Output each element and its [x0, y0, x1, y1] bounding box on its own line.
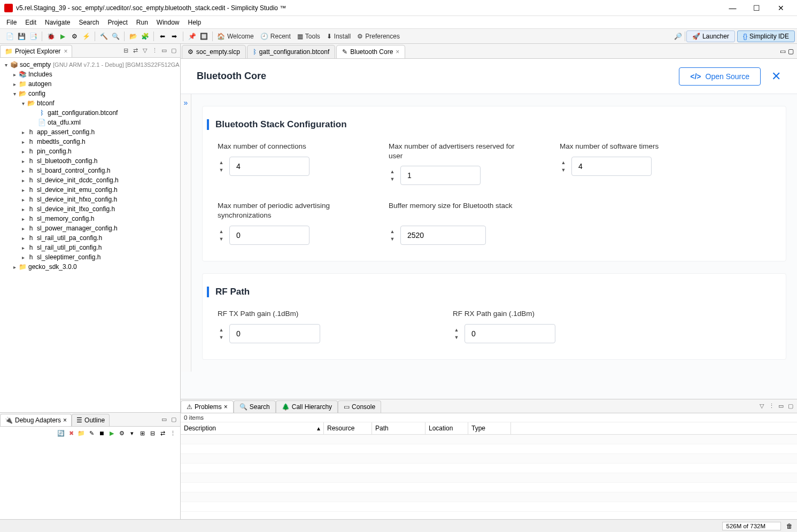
search-tab[interactable]: 🔍Search: [234, 400, 276, 413]
tree-item-includes[interactable]: Includes: [28, 71, 52, 78]
editor-tab-bluetooth-core[interactable]: ✎Bluetooth Core×: [336, 45, 405, 58]
col-path[interactable]: Path: [372, 422, 425, 434]
play-icon[interactable]: ▶: [107, 429, 116, 437]
rf-rx-input[interactable]: [465, 324, 555, 343]
decrement-icon[interactable]: ▼: [453, 334, 460, 341]
maximize-view-icon[interactable]: ▢: [786, 402, 795, 411]
tree-item-gecko[interactable]: gecko_sdk_3.0.0: [28, 263, 77, 271]
menu-help[interactable]: Help: [184, 18, 206, 27]
more-icon[interactable]: ⋮: [168, 429, 177, 437]
menu-project[interactable]: Project: [103, 18, 131, 27]
chip-icon[interactable]: 🔲: [198, 31, 209, 42]
minimize-view-icon[interactable]: ▭: [777, 402, 785, 411]
expand-sidebar-icon[interactable]: »: [181, 94, 191, 372]
increment-icon[interactable]: ▲: [218, 228, 225, 235]
tree-item[interactable]: sl_rail_util_pti_config.h: [37, 244, 102, 251]
tree-item[interactable]: sl_sleeptimer_config.h: [37, 253, 100, 261]
debug-icon[interactable]: 🐞: [45, 31, 56, 42]
max-timers-input[interactable]: [571, 157, 652, 176]
col-description[interactable]: Description ▴: [181, 422, 324, 434]
tools-link[interactable]: ▦Tools: [294, 31, 323, 42]
minimize-button[interactable]: —: [721, 0, 745, 16]
problems-tab[interactable]: ⚠Problems ×: [181, 400, 234, 413]
save-all-icon[interactable]: 📑: [28, 31, 38, 42]
link-editor-icon[interactable]: ⇄: [131, 47, 140, 55]
tree-item[interactable]: sl_memory_config.h: [37, 215, 94, 222]
editor-tab-slcp[interactable]: ⚙soc_empty.slcp: [182, 45, 246, 58]
view-menu-icon[interactable]: ⋮: [767, 402, 776, 411]
increment-icon[interactable]: ▲: [218, 326, 225, 334]
tree-item-btconf[interactable]: btconf: [37, 99, 55, 107]
tree-item-gatt[interactable]: gatt_configuration.btconf: [48, 109, 118, 117]
tree-item[interactable]: sl_device_init_dcdc_config.h: [37, 176, 119, 184]
max-advertisers-input[interactable]: [400, 166, 481, 185]
tree-item[interactable]: app_assert_config.h: [37, 128, 95, 136]
increment-icon[interactable]: ▲: [389, 228, 396, 235]
delete-icon[interactable]: ✖: [67, 429, 75, 437]
back-icon[interactable]: ⬅: [157, 31, 168, 42]
menu-search[interactable]: Search: [74, 18, 103, 27]
close-button[interactable]: ✕: [769, 0, 793, 16]
open-source-button[interactable]: </> Open Source: [679, 67, 761, 86]
max-connections-input[interactable]: [229, 157, 309, 176]
menu-window[interactable]: Window: [152, 18, 184, 27]
collapse-icon[interactable]: ⊟: [148, 429, 157, 437]
tree-item[interactable]: sl_device_init_hfxo_config.h: [37, 196, 117, 203]
project-explorer-tab[interactable]: 📁 Project Explorer ×: [0, 45, 72, 57]
welcome-link[interactable]: 🏠Welcome: [214, 31, 257, 42]
increment-icon[interactable]: ▲: [453, 326, 460, 334]
refresh-icon[interactable]: 🔄: [57, 429, 65, 437]
edit-icon[interactable]: ✎: [87, 429, 96, 437]
filter-icon[interactable]: ▽: [141, 47, 149, 55]
increment-icon[interactable]: ▲: [389, 168, 396, 175]
decrement-icon[interactable]: ▼: [560, 166, 567, 174]
menu-file[interactable]: File: [2, 18, 21, 27]
run-icon[interactable]: ▶: [57, 31, 68, 42]
tree-item[interactable]: sl_board_control_config.h: [37, 167, 110, 174]
increment-icon[interactable]: ▲: [560, 159, 567, 166]
close-editor-icon[interactable]: ✕: [771, 70, 781, 83]
close-icon[interactable]: ×: [64, 48, 67, 55]
stop-icon[interactable]: ⏹: [97, 429, 106, 437]
collapse-all-icon[interactable]: ⊟: [121, 47, 130, 55]
folder-icon[interactable]: 📁: [77, 429, 86, 437]
close-icon[interactable]: ×: [224, 403, 228, 411]
maximize-button[interactable]: ☐: [745, 0, 769, 16]
decrement-icon[interactable]: ▼: [218, 166, 225, 174]
install-link[interactable]: ⬇Install: [323, 31, 354, 42]
rf-tx-input[interactable]: [229, 324, 320, 343]
table-row[interactable]: [181, 502, 797, 512]
tree-item-autogen[interactable]: autogen: [28, 80, 51, 88]
table-row[interactable]: [181, 492, 797, 502]
table-row[interactable]: [181, 454, 797, 464]
launcher-perspective[interactable]: 🚀Launcher: [686, 30, 735, 42]
table-row[interactable]: [181, 435, 797, 444]
editor-tab-gatt[interactable]: ᛒgatt_configuration.btconf: [247, 45, 335, 58]
horizontal-scrollbar[interactable]: [0, 405, 180, 412]
menu-edit[interactable]: Edit: [21, 18, 41, 27]
save-icon[interactable]: 💾: [16, 31, 27, 42]
table-row[interactable]: [181, 464, 797, 473]
tree-item-config[interactable]: config: [28, 90, 45, 97]
tree-item[interactable]: pin_config.h: [37, 148, 72, 155]
debug-adapters-tab[interactable]: 🔌Debug Adapters×: [0, 414, 72, 426]
col-location[interactable]: Location: [425, 422, 468, 434]
expand-icon[interactable]: ⊞: [138, 429, 146, 437]
view-menu-icon[interactable]: ⋮: [150, 47, 159, 55]
tree-item-root[interactable]: soc_empty: [20, 61, 51, 68]
chevron-down-icon[interactable]: ▾: [128, 429, 136, 437]
recent-link[interactable]: 🕘Recent: [257, 31, 294, 42]
flash-icon[interactable]: ⚡: [81, 31, 91, 42]
forward-icon[interactable]: ➡: [169, 31, 180, 42]
build-icon[interactable]: 🔨: [98, 31, 109, 42]
tree-item-ota[interactable]: ota_dfu.xml: [48, 119, 81, 126]
gear-icon[interactable]: ⚙: [118, 429, 126, 437]
console-tab[interactable]: ▭Console: [338, 400, 381, 413]
gc-trash-icon[interactable]: 🗑: [786, 523, 793, 529]
call-hierarchy-tab[interactable]: 🌲Call Hierarchy: [276, 400, 338, 413]
preferences-link[interactable]: ⚙Preferences: [354, 31, 403, 42]
close-icon[interactable]: ×: [396, 48, 399, 56]
minimize-editor-icon[interactable]: ▭: [780, 48, 786, 55]
quick-access-icon[interactable]: 🔎: [673, 31, 684, 42]
decrement-icon[interactable]: ▼: [218, 235, 225, 243]
